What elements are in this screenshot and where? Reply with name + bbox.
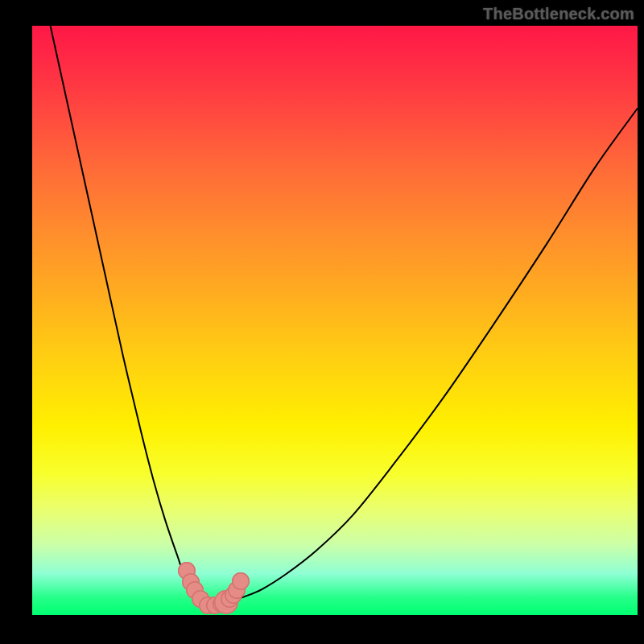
chart-root: TheBottleneck.com xyxy=(0,0,644,644)
curve-left xyxy=(51,26,208,606)
highlight-dot xyxy=(232,572,250,590)
frame-border-top xyxy=(0,0,644,26)
curve-right xyxy=(208,108,638,606)
curves-svg xyxy=(32,26,638,615)
frame-border-right xyxy=(638,0,644,644)
frame-border-bottom xyxy=(0,615,644,644)
frame-border-left xyxy=(0,0,32,644)
plot-area xyxy=(32,26,638,615)
